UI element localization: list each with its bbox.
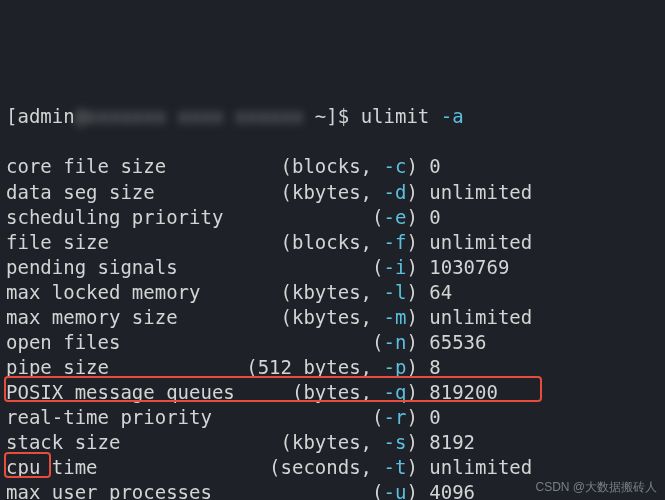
ulimit-unit: (	[372, 480, 383, 500]
ulimit-unit: (blocks,	[281, 154, 384, 179]
command-flag: -a	[441, 105, 464, 127]
ulimit-row: max memory size (kbytes, -m) unlimited	[6, 305, 659, 330]
ulimit-unit: (	[372, 405, 383, 430]
ulimit-desc: real-time priority	[6, 405, 372, 430]
ulimit-flag: -e	[384, 206, 407, 228]
ulimit-unit: (blocks,	[281, 230, 384, 255]
ulimit-row: max locked memory (kbytes, -l) 64	[6, 280, 659, 305]
ulimit-flag: -q	[384, 381, 407, 403]
ulimit-unit: (kbytes,	[281, 430, 384, 455]
ulimit-flag: -p	[384, 356, 407, 378]
ulimit-row: data seg size (kbytes, -d) unlimited	[6, 180, 659, 205]
ulimit-unit: (kbytes,	[281, 180, 384, 205]
ulimit-value: 64	[429, 280, 452, 305]
ulimit-row: pipe size (512 bytes, -p) 8	[6, 355, 659, 380]
ulimit-flag: -u	[384, 481, 407, 500]
ulimit-unit: (bytes,	[292, 380, 384, 405]
ulimit-unit: (kbytes,	[281, 280, 384, 305]
ulimit-output: core file size (blocks, -c) 0data seg si…	[6, 154, 659, 500]
ulimit-desc: POSIX message queues	[6, 380, 292, 405]
ulimit-close: )	[406, 155, 429, 177]
ulimit-close: )	[406, 256, 429, 278]
ulimit-value: 8	[429, 355, 440, 380]
ulimit-row: core file size (blocks, -c) 0	[6, 154, 659, 179]
ulimit-close: )	[406, 306, 429, 328]
ulimit-value: 0	[429, 205, 440, 230]
ulimit-flag: -r	[384, 406, 407, 428]
ulimit-close: )	[406, 356, 429, 378]
ulimit-row: file size (blocks, -f) unlimited	[6, 230, 659, 255]
ulimit-flag: -t	[384, 456, 407, 478]
ulimit-unit: (	[372, 330, 383, 355]
ulimit-close: )	[406, 406, 429, 428]
ulimit-flag: -d	[384, 181, 407, 203]
ulimit-close: )	[406, 381, 429, 403]
ulimit-value: 65536	[429, 330, 486, 355]
ulimit-row: open files (-n) 65536	[6, 330, 659, 355]
ulimit-desc: scheduling priority	[6, 205, 372, 230]
ulimit-desc: max user processes	[6, 480, 372, 500]
ulimit-unit: (512 bytes,	[246, 355, 383, 380]
ulimit-unit: (seconds,	[269, 455, 383, 480]
ulimit-flag: -s	[384, 431, 407, 453]
watermark-text: CSDN @大数据搬砖人	[535, 480, 657, 496]
ulimit-close: )	[406, 181, 429, 203]
ulimit-close: )	[406, 456, 429, 478]
ulimit-value: 8192	[429, 430, 475, 455]
ulimit-value: unlimited	[429, 455, 532, 480]
ulimit-close: )	[406, 481, 429, 500]
prompt-host-blur: @xxxxxxx xxxx xxxxxx	[75, 104, 304, 129]
ulimit-close: )	[406, 231, 429, 253]
command-text: ulimit	[361, 105, 441, 127]
ulimit-desc: core file size	[6, 154, 281, 179]
prompt-user: [admin	[6, 105, 75, 127]
ulimit-row: pending signals (-i) 1030769	[6, 255, 659, 280]
ulimit-row: stack size (kbytes, -s) 8192	[6, 430, 659, 455]
ulimit-desc: file size	[6, 230, 281, 255]
ulimit-close: )	[406, 281, 429, 303]
ulimit-desc: data seg size	[6, 180, 281, 205]
ulimit-desc: stack size	[6, 430, 281, 455]
ulimit-value: unlimited	[429, 180, 532, 205]
ulimit-desc: pipe size	[6, 355, 246, 380]
ulimit-value: 4096	[429, 480, 475, 500]
ulimit-close: )	[406, 331, 429, 353]
ulimit-close: )	[406, 431, 429, 453]
prompt-path: ~]$	[303, 105, 360, 127]
ulimit-row: scheduling priority (-e) 0	[6, 205, 659, 230]
ulimit-desc: open files	[6, 330, 372, 355]
ulimit-row: POSIX message queues (bytes, -q) 819200	[6, 380, 659, 405]
ulimit-unit: (	[372, 255, 383, 280]
ulimit-unit: (	[372, 205, 383, 230]
ulimit-row: cpu time (seconds, -t) unlimited	[6, 455, 659, 480]
ulimit-value: unlimited	[429, 305, 532, 330]
ulimit-desc: pending signals	[6, 255, 372, 280]
ulimit-value: 819200	[429, 380, 498, 405]
ulimit-row: real-time priority (-r) 0	[6, 405, 659, 430]
ulimit-flag: -m	[384, 306, 407, 328]
ulimit-flag: -l	[384, 281, 407, 303]
ulimit-flag: -i	[384, 256, 407, 278]
ulimit-flag: -n	[384, 331, 407, 353]
prompt-line-1: [admin@xxxxxxx xxxx xxxxxx ~]$ ulimit -a	[6, 104, 659, 129]
ulimit-unit: (kbytes,	[281, 305, 384, 330]
ulimit-desc: max locked memory	[6, 280, 281, 305]
ulimit-value: 0	[429, 405, 440, 430]
ulimit-flag: -f	[384, 231, 407, 253]
ulimit-flag: -c	[384, 155, 407, 177]
ulimit-value: 1030769	[429, 255, 509, 280]
ulimit-value: 0	[429, 154, 440, 179]
ulimit-desc: max memory size	[6, 305, 281, 330]
ulimit-close: )	[406, 206, 429, 228]
ulimit-value: unlimited	[429, 230, 532, 255]
ulimit-desc: cpu time	[6, 455, 269, 480]
